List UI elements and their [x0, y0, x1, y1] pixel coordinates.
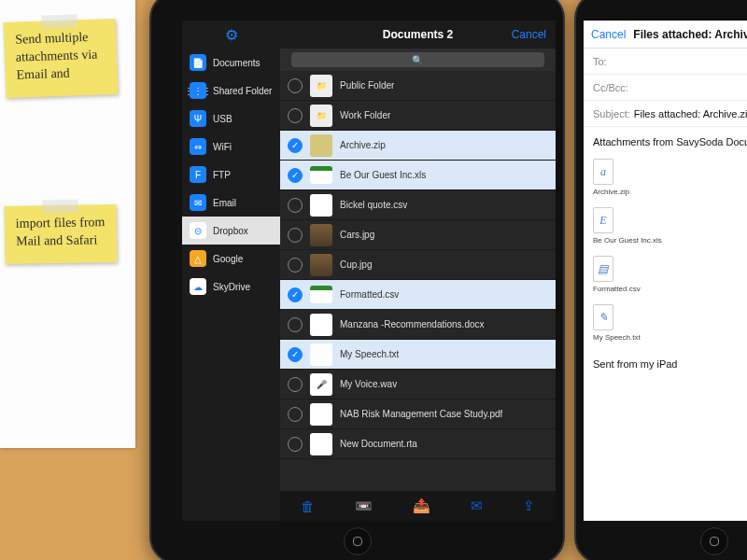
to-field[interactable]: To: — [584, 49, 747, 75]
sidebar-item-label: Email — [213, 198, 236, 208]
file-thumbnail — [310, 286, 332, 303]
sidebar-item-wifi[interactable]: ⇔WiFi — [182, 133, 280, 161]
file-name: Cup.jpg — [340, 259, 372, 270]
home-button[interactable] — [344, 527, 372, 555]
file-row[interactable]: Cars.jpg — [280, 220, 556, 250]
documents-icon: 📄 — [190, 54, 206, 71]
main-pane: Documents 2 Cancel 🔍 📁Public Folder📁Work… — [280, 21, 556, 521]
cc-field[interactable]: Cc/Bcc: — [584, 75, 747, 101]
signature: Sent from my iPad — [593, 358, 747, 370]
sidebar-item-label: FTP — [213, 170, 231, 180]
mail-header: Cancel Files attached: Archive.zip Be Ou… — [584, 21, 747, 49]
file-thumbnail — [310, 254, 332, 276]
file-thumbnail — [310, 134, 332, 157]
file-name: Archive.zip — [340, 140, 386, 150]
attachment-item[interactable]: ▤Formatted.csv — [593, 256, 747, 293]
file-row[interactable]: Be Our Guest Inc.xls — [280, 161, 556, 190]
file-row[interactable]: 🎤My Voice.wav — [280, 370, 556, 399]
attachment-item[interactable]: EBe Our Guest Inc.xls — [593, 207, 747, 245]
sidebar-header: ⚙ — [182, 21, 280, 49]
file-name: Bickel quote.csv — [340, 200, 407, 210]
file-row[interactable]: Manzana -Recommendations.docx — [280, 310, 556, 340]
toolbar-button-0[interactable]: 🗑 — [301, 498, 315, 514]
sidebar-item-skydrive[interactable]: ☁SkyDrive — [182, 273, 280, 301]
select-radio[interactable] — [288, 437, 303, 452]
cancel-button[interactable]: Cancel — [512, 28, 546, 41]
file-thumbnail — [310, 343, 332, 366]
select-radio[interactable] — [288, 377, 303, 392]
file-thumbnail — [310, 314, 332, 336]
mail-title: Files attached: Archive.zip Be Our Gues — [633, 28, 747, 41]
select-radio[interactable] — [288, 317, 303, 332]
select-radio[interactable] — [288, 138, 303, 153]
ipad-right-screen: Cancel Files attached: Archive.zip Be Ou… — [584, 21, 747, 521]
select-radio[interactable] — [288, 108, 303, 123]
sidebar-item-documents[interactable]: 📄Documents — [182, 49, 280, 77]
subject-value: Files attached: Archive.zip Be Our Guest… — [634, 108, 747, 119]
select-radio[interactable] — [288, 347, 303, 362]
file-name: Be Our Guest Inc.xls — [340, 170, 426, 180]
file-row[interactable]: Formatted.csv — [280, 280, 556, 310]
file-thumbnail — [310, 194, 332, 217]
select-radio[interactable] — [288, 287, 303, 302]
sidebar-item-ftp[interactable]: FFTP — [182, 161, 280, 189]
file-name: Cars.jpg — [340, 230, 374, 240]
sidebar-item-email[interactable]: ✉Email — [182, 189, 280, 217]
ipad-left-screen: ⚙ 📄Documents⋮⋮⋮Shared FolderΨUSB⇔WiFiFFT… — [182, 21, 556, 521]
file-row[interactable]: NAB Risk Management Case Study.pdf — [280, 399, 556, 429]
attachment-icon: a — [593, 159, 613, 185]
ftp-icon: F — [190, 166, 206, 183]
toolbar-button-4[interactable]: ⇪ — [523, 497, 535, 514]
mail-cancel-button[interactable]: Cancel — [591, 28, 626, 41]
sidebar-item-usb[interactable]: ΨUSB — [182, 105, 280, 133]
ipad-device-right: Cancel Files attached: Archive.zip Be Ou… — [574, 0, 747, 560]
select-radio[interactable] — [288, 407, 303, 422]
file-row[interactable]: Bickel quote.csv — [280, 190, 556, 220]
sidebar: ⚙ 📄Documents⋮⋮⋮Shared FolderΨUSB⇔WiFiFFT… — [182, 21, 280, 521]
body-text: Attachments from SavySoda Documents for … — [593, 136, 747, 147]
bottom-toolbar: 🗑📼📤✉⇪ — [280, 491, 556, 521]
attachment-icon: ✎ — [593, 304, 613, 330]
file-row[interactable]: 📁Public Folder — [280, 71, 556, 101]
file-thumbnail — [310, 166, 332, 184]
toolbar-button-1[interactable]: 📼 — [355, 497, 373, 514]
file-row[interactable]: New Document.rta — [280, 429, 556, 459]
search-icon: 🔍 — [412, 55, 423, 65]
select-radio[interactable] — [288, 168, 303, 183]
attachment-name: Be Our Guest Inc.xls — [593, 236, 662, 245]
mail-body[interactable]: Attachments from SavySoda Documents for … — [584, 127, 747, 379]
select-radio[interactable] — [288, 228, 303, 243]
select-radio[interactable] — [288, 198, 303, 213]
toolbar-button-3[interactable]: ✉ — [471, 497, 483, 514]
sidebar-item-dropbox[interactable]: ⊝Dropbox — [182, 217, 280, 245]
subject-field[interactable]: Subject: Files attached: Archive.zip Be … — [584, 101, 747, 127]
gear-icon[interactable]: ⚙ — [225, 26, 238, 44]
select-radio[interactable] — [288, 258, 303, 273]
home-button[interactable] — [700, 527, 728, 555]
file-thumbnail — [310, 224, 332, 246]
file-row[interactable]: Archive.zip — [280, 131, 556, 161]
documents-app: ⚙ 📄Documents⋮⋮⋮Shared FolderΨUSB⇔WiFiFFT… — [182, 21, 556, 521]
toolbar-button-2[interactable]: 📤 — [413, 497, 430, 514]
file-name: New Document.rta — [340, 439, 417, 449]
file-thumbnail — [310, 403, 332, 426]
dropbox-icon: ⊝ — [190, 222, 206, 239]
file-row[interactable]: Cup.jpg — [280, 250, 556, 280]
mail-compose: Cancel Files attached: Archive.zip Be Ou… — [584, 21, 747, 521]
attachment-item[interactable]: ✎My Speech.txt — [593, 304, 747, 342]
file-name: Formatted.csv — [340, 289, 399, 300]
sidebar-item-label: SkyDrive — [213, 282, 250, 292]
shared-folder-icon: ⋮⋮⋮ — [190, 82, 206, 99]
attachment-item[interactable]: aArchive.zip — [593, 159, 747, 196]
sidebar-item-google[interactable]: △Google — [182, 245, 280, 273]
attachment-name: My Speech.txt — [593, 333, 641, 342]
sidebar-item-label: USB — [213, 114, 233, 124]
search-input[interactable]: 🔍 — [291, 52, 544, 67]
sidebar-item-shared-folder[interactable]: ⋮⋮⋮Shared Folder — [182, 77, 280, 105]
ipad-device-left: ⚙ 📄Documents⋮⋮⋮Shared FolderΨUSB⇔WiFiFFT… — [149, 0, 565, 560]
file-name: Work Folder — [340, 110, 390, 120]
file-row[interactable]: 📁Work Folder — [280, 101, 556, 131]
file-name: NAB Risk Management Case Study.pdf — [340, 409, 502, 419]
select-radio[interactable] — [288, 78, 303, 93]
file-row[interactable]: My Speech.txt — [280, 340, 556, 370]
